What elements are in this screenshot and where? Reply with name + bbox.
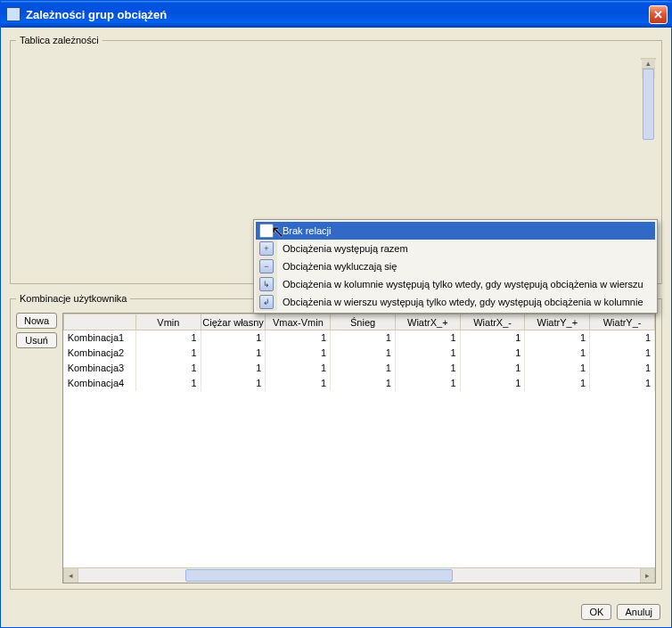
table-row[interactable]: Kombinacja211111111 — [64, 346, 655, 361]
grid-scroll-left-icon[interactable]: ◂ — [63, 568, 78, 583]
matrix-v-scrollbar[interactable]: ▴ ▾ — [641, 58, 656, 60]
combinations-group: Kombinacje użytkownika Nowa Usuń VminCię… — [10, 293, 662, 590]
cancel-button[interactable]: Anuluj — [617, 604, 660, 620]
dialog-buttons: OK Anuluj — [10, 599, 662, 622]
grid-column-header[interactable]: WiatrX_- — [460, 314, 525, 330]
grid-column-header[interactable]: Śnieg — [331, 314, 396, 330]
context-menu-label: Obciążenia wykluczają się — [283, 261, 397, 272]
combination-value[interactable]: 1 — [590, 361, 655, 376]
grid-scroll-right-icon[interactable]: ▸ — [640, 568, 655, 583]
window-title: Zależności grup obciążeń — [26, 8, 649, 21]
combination-value[interactable]: 1 — [460, 346, 525, 361]
combination-value[interactable]: 1 — [266, 376, 331, 391]
combination-value[interactable]: 1 — [266, 346, 331, 361]
dialog-window: Zależności grup obciążeń ✕ Tablica zależ… — [0, 0, 672, 628]
grid-h-thumb[interactable] — [185, 569, 453, 582]
context-menu-icon: − — [259, 259, 274, 273]
combination-value[interactable]: 1 — [460, 376, 525, 391]
combination-value[interactable]: 1 — [460, 330, 525, 346]
table-row[interactable]: Kombinacja311111111 — [64, 361, 655, 376]
grid-column-header[interactable]: WiatrY_+ — [525, 314, 590, 330]
context-menu-label: Brak relacji — [283, 225, 331, 236]
titlebar[interactable]: Zależności grup obciążeń ✕ — [1, 1, 671, 28]
grid-column-header[interactable] — [64, 314, 136, 330]
context-menu-item[interactable]: ↳Obciążenia w kolumnie występują tylko w… — [256, 275, 655, 293]
combination-value[interactable]: 1 — [395, 361, 460, 376]
combination-value[interactable]: 1 — [201, 330, 266, 346]
delete-combination-button[interactable]: Usuń — [16, 332, 57, 348]
combination-value[interactable]: 1 — [266, 330, 331, 346]
grid-column-header[interactable]: Ciężar własny — [201, 314, 266, 330]
combination-value[interactable]: 1 — [525, 361, 590, 376]
combos-legend: Kombinacje użytkownika — [16, 293, 130, 304]
combo-buttons: Nowa Usuń — [16, 313, 57, 583]
combination-value[interactable]: 1 — [590, 330, 655, 346]
close-button[interactable]: ✕ — [649, 5, 668, 24]
context-menu-icon: ↳ — [259, 277, 274, 291]
combination-value[interactable]: 1 — [525, 346, 590, 361]
combination-value[interactable]: 1 — [590, 376, 655, 391]
table-row[interactable]: Kombinacja411111111 — [64, 376, 655, 391]
combination-value[interactable]: 1 — [590, 346, 655, 361]
grid-column-header[interactable]: Vmax-Vmin — [266, 314, 331, 330]
combination-name[interactable]: Kombinacja2 — [64, 346, 136, 361]
combination-value[interactable]: 1 — [525, 330, 590, 346]
v-scroll-thumb[interactable] — [643, 69, 654, 140]
combination-value[interactable]: 1 — [266, 361, 331, 376]
context-menu-item[interactable]: Brak relacji — [256, 222, 655, 240]
combination-value[interactable]: 1 — [331, 346, 396, 361]
combination-value[interactable]: 1 — [201, 376, 266, 391]
grid-column-header[interactable]: WiatrY_- — [590, 314, 655, 330]
context-menu-icon — [259, 224, 274, 238]
combination-value[interactable]: 1 — [135, 330, 201, 346]
context-menu-label: Obciążenia w kolumnie występują tylko wt… — [283, 279, 643, 290]
combination-value[interactable]: 1 — [331, 361, 396, 376]
combination-value[interactable]: 1 — [460, 361, 525, 376]
relation-context-menu[interactable]: Brak relacji+Obciążenia występują razem−… — [253, 219, 658, 314]
combination-value[interactable]: 1 — [525, 376, 590, 391]
app-icon — [6, 7, 20, 21]
context-menu-item[interactable]: +Obciążenia występują razem — [256, 240, 655, 257]
new-combination-button[interactable]: Nowa — [16, 313, 57, 329]
matrix-legend: Tablica zależności — [16, 35, 102, 45]
combination-value[interactable]: 1 — [395, 346, 460, 361]
combination-value[interactable]: 1 — [135, 376, 201, 391]
combination-value[interactable]: 1 — [201, 346, 266, 361]
combination-value[interactable]: 1 — [331, 376, 396, 391]
matrix-group: Tablica zależności Vmax-VminŚniegWiatrX_… — [10, 35, 662, 284]
combination-value[interactable]: 1 — [331, 330, 396, 346]
combination-value[interactable]: 1 — [201, 361, 266, 376]
context-menu-item[interactable]: −Obciążenia wykluczają się — [256, 257, 655, 275]
context-menu-item[interactable]: ↲Obciążenia w wierszu występują tylko wt… — [256, 293, 655, 311]
combinations-grid-wrap: VminCiężar własnyVmax-VminŚniegWiatrX_+W… — [62, 313, 656, 583]
grid-column-header[interactable]: WiatrX_+ — [395, 314, 460, 330]
ok-button[interactable]: OK — [581, 604, 611, 620]
context-menu-icon: ↲ — [259, 295, 274, 309]
grid-column-header[interactable]: Vmin — [135, 314, 201, 330]
combination-name[interactable]: Kombinacja1 — [64, 330, 136, 346]
combinations-grid[interactable]: VminCiężar własnyVmax-VminŚniegWiatrX_+W… — [63, 314, 655, 391]
client-area: Tablica zależności Vmax-VminŚniegWiatrX_… — [1, 28, 671, 627]
combination-value[interactable]: 1 — [135, 361, 201, 376]
scroll-up-icon[interactable]: ▴ — [642, 59, 655, 69]
grid-h-scrollbar[interactable]: ◂ ▸ — [63, 567, 655, 583]
context-menu-label: Obciążenia w wierszu występują tylko wte… — [283, 297, 643, 307]
combination-name[interactable]: Kombinacja4 — [64, 376, 136, 391]
context-menu-icon: + — [259, 241, 274, 256]
combination-value[interactable]: 1 — [395, 376, 460, 391]
combination-value[interactable]: 1 — [395, 330, 460, 346]
table-row[interactable]: Kombinacja111111111 — [64, 330, 655, 346]
combination-value[interactable]: 1 — [135, 346, 201, 361]
context-menu-label: Obciążenia występują razem — [283, 243, 408, 254]
combination-name[interactable]: Kombinacja3 — [64, 361, 136, 376]
